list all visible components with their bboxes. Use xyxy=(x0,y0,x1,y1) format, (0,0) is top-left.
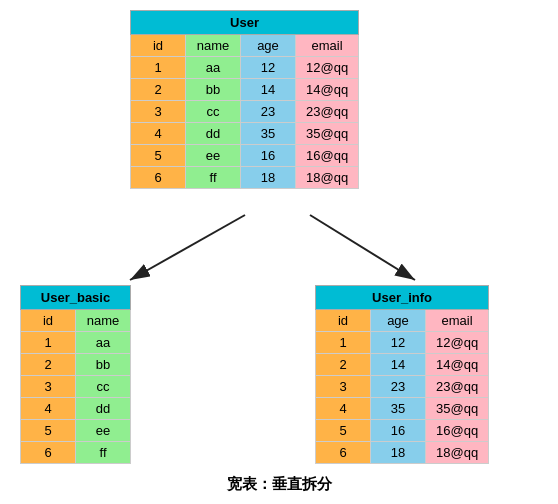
user-basic-table: User_basic id name 1aa2bb3cc4dd5ee6ff xyxy=(20,285,131,464)
table-cell: 35@qq xyxy=(296,123,359,145)
table-row: 5ee xyxy=(21,420,131,442)
table-cell: 5 xyxy=(131,145,186,167)
table-cell: 4 xyxy=(316,398,371,420)
table-cell: bb xyxy=(76,354,131,376)
table-cell: ff xyxy=(186,167,241,189)
table-cell: 16 xyxy=(371,420,426,442)
diagram-container: User id name age email 1aa1212@qq2bb1414… xyxy=(0,0,558,504)
table-cell: 5 xyxy=(21,420,76,442)
table-row: 43535@qq xyxy=(316,398,489,420)
user-table-title: User xyxy=(131,11,359,35)
table-row: 61818@qq xyxy=(316,442,489,464)
table-cell: 12@qq xyxy=(426,332,489,354)
table-cell: 23 xyxy=(241,101,296,123)
table-cell: dd xyxy=(186,123,241,145)
table-row: 21414@qq xyxy=(316,354,489,376)
user-info-col-age: age xyxy=(371,310,426,332)
table-row: 3cc2323@qq xyxy=(131,101,359,123)
table-row: 2bb1414@qq xyxy=(131,79,359,101)
table-cell: 1 xyxy=(316,332,371,354)
table-cell: 2 xyxy=(316,354,371,376)
table-row: 51616@qq xyxy=(316,420,489,442)
table-cell: 3 xyxy=(316,376,371,398)
table-cell: 6 xyxy=(21,442,76,464)
user-basic-col-id: id xyxy=(21,310,76,332)
table-cell: 18@qq xyxy=(296,167,359,189)
table-cell: 4 xyxy=(131,123,186,145)
table-cell: 18 xyxy=(371,442,426,464)
svg-line-1 xyxy=(130,215,245,280)
table-cell: 6 xyxy=(316,442,371,464)
svg-line-2 xyxy=(310,215,415,280)
table-cell: 16 xyxy=(241,145,296,167)
user-info-table-title: User_info xyxy=(316,286,489,310)
table-row: 5ee1616@qq xyxy=(131,145,359,167)
table-cell: 23@qq xyxy=(296,101,359,123)
table-cell: 2 xyxy=(131,79,186,101)
table-cell: 1 xyxy=(131,57,186,79)
table-cell: 12 xyxy=(241,57,296,79)
table-cell: ff xyxy=(76,442,131,464)
table-cell: 35@qq xyxy=(426,398,489,420)
table-cell: ee xyxy=(76,420,131,442)
user-basic-table-title: User_basic xyxy=(21,286,131,310)
table-cell: 5 xyxy=(316,420,371,442)
user-col-id: id xyxy=(131,35,186,57)
table-row: 11212@qq xyxy=(316,332,489,354)
table-row: 6ff xyxy=(21,442,131,464)
user-col-email: email xyxy=(296,35,359,57)
table-row: 1aa1212@qq xyxy=(131,57,359,79)
table-cell: 16@qq xyxy=(426,420,489,442)
user-col-name: name xyxy=(186,35,241,57)
table-row: 2bb xyxy=(21,354,131,376)
table-cell: 35 xyxy=(371,398,426,420)
table-cell: 14 xyxy=(241,79,296,101)
table-row: 4dd3535@qq xyxy=(131,123,359,145)
table-cell: 16@qq xyxy=(296,145,359,167)
table-cell: dd xyxy=(76,398,131,420)
user-info-table: User_info id age email 11212@qq21414@qq3… xyxy=(315,285,489,464)
user-table: User id name age email 1aa1212@qq2bb1414… xyxy=(130,10,359,189)
table-cell: 23@qq xyxy=(426,376,489,398)
table-cell: cc xyxy=(186,101,241,123)
table-cell: 35 xyxy=(241,123,296,145)
user-info-col-email: email xyxy=(426,310,489,332)
table-row: 3cc xyxy=(21,376,131,398)
table-cell: 23 xyxy=(371,376,426,398)
table-cell: 14@qq xyxy=(296,79,359,101)
table-cell: 4 xyxy=(21,398,76,420)
table-row: 32323@qq xyxy=(316,376,489,398)
table-cell: 12@qq xyxy=(296,57,359,79)
table-cell: 14 xyxy=(371,354,426,376)
table-row: 4dd xyxy=(21,398,131,420)
table-cell: 3 xyxy=(21,376,76,398)
table-cell: 18 xyxy=(241,167,296,189)
table-cell: 12 xyxy=(371,332,426,354)
user-info-col-id: id xyxy=(316,310,371,332)
table-cell: 18@qq xyxy=(426,442,489,464)
user-basic-col-name: name xyxy=(76,310,131,332)
table-cell: 14@qq xyxy=(426,354,489,376)
table-cell: 3 xyxy=(131,101,186,123)
table-cell: ee xyxy=(186,145,241,167)
caption: 宽表：垂直拆分 xyxy=(227,475,332,494)
table-cell: 1 xyxy=(21,332,76,354)
table-cell: aa xyxy=(76,332,131,354)
table-row: 1aa xyxy=(21,332,131,354)
table-cell: aa xyxy=(186,57,241,79)
table-cell: bb xyxy=(186,79,241,101)
table-row: 6ff1818@qq xyxy=(131,167,359,189)
table-cell: 2 xyxy=(21,354,76,376)
user-col-age: age xyxy=(241,35,296,57)
table-cell: cc xyxy=(76,376,131,398)
table-cell: 6 xyxy=(131,167,186,189)
